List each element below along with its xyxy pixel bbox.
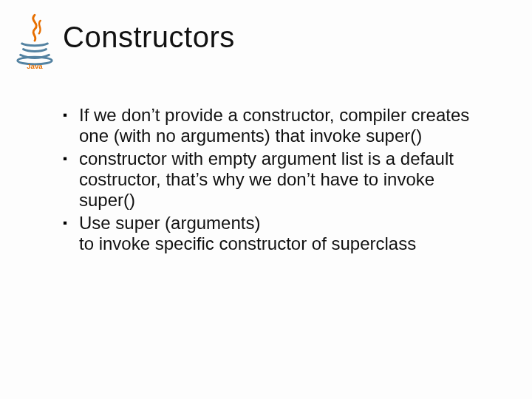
bullet-text: If we don’t provide a constructor, compi… xyxy=(79,105,495,147)
bullet-item: ▪ If we don’t provide a constructor, com… xyxy=(63,105,495,147)
svg-text:Java: Java xyxy=(27,62,43,69)
bullet-item: ▪ constructor with empty argument list i… xyxy=(63,149,495,211)
bullet-text: Use super (arguments)to invoke specific … xyxy=(79,213,495,255)
bullet-marker-icon: ▪ xyxy=(63,213,79,233)
bullet-marker-icon: ▪ xyxy=(63,105,79,126)
java-logo-icon: Java xyxy=(13,13,56,72)
slide: Java Constructors ▪ If we don’t provide … xyxy=(0,0,532,399)
bullet-text: constructor with empty argument list is … xyxy=(79,149,495,211)
bullet-marker-icon: ▪ xyxy=(63,149,79,169)
bullet-list: ▪ If we don’t provide a constructor, com… xyxy=(63,105,495,256)
bullet-item: ▪ Use super (arguments)to invoke specifi… xyxy=(63,213,495,255)
slide-title: Constructors xyxy=(63,21,235,54)
